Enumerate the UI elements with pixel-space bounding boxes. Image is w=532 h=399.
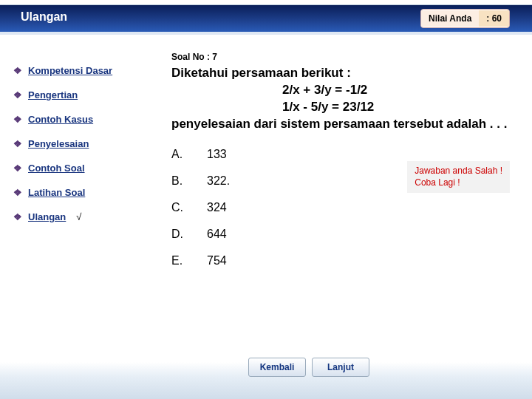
sidebar-item-latihan-soal[interactable]: ❖ Latihan Soal <box>13 187 155 198</box>
page-title: Ulangan <box>21 10 67 24</box>
sidebar-item-label: Penyelesaian <box>28 138 89 149</box>
question-number: Soal No : 7 <box>171 52 517 62</box>
sidebar-item-pengertian[interactable]: ❖ Pengertian <box>13 89 155 100</box>
feedback-box: Jawaban anda Salah ! Coba Lagi ! <box>407 161 510 193</box>
sidebar-item-label: Contoh Soal <box>28 163 85 174</box>
sidebar-item-label: Kompetensi Dasar <box>28 65 112 76</box>
option-d[interactable]: D. 644 <box>171 223 517 245</box>
sidebar-item-label: Contoh Kasus <box>28 114 93 125</box>
option-c[interactable]: C. 324 <box>171 197 517 219</box>
question-text: Diketahui persamaan berikut : 2/x + 3/y … <box>171 65 517 133</box>
back-button[interactable]: Kembali <box>248 358 306 377</box>
option-letter: D. <box>171 228 207 241</box>
diamond-icon: ❖ <box>13 114 22 125</box>
sidebar-item-label: Pengertian <box>28 89 78 100</box>
sidebar-item-ulangan[interactable]: ❖ Ulangan √ <box>13 211 155 222</box>
feedback-line2: Coba Lagi ! <box>415 177 502 189</box>
diamond-icon: ❖ <box>13 163 22 174</box>
check-icon: √ <box>76 211 81 222</box>
sidebar-item-label: Ulangan <box>28 211 66 222</box>
option-value: 133 <box>207 148 273 161</box>
score-label: Nilai Anda <box>421 10 479 27</box>
header: Ulangan Nilai Anda : 60 <box>0 0 532 38</box>
option-value: 644 <box>207 228 273 241</box>
question-line1: 2/x + 3/y = -1/2 <box>282 82 517 99</box>
option-value: 324 <box>207 201 273 214</box>
score-box: Nilai Anda : 60 <box>420 9 510 28</box>
diamond-icon: ❖ <box>13 187 22 198</box>
question-line2: 1/x - 5/y = 23/12 <box>282 99 517 116</box>
option-letter: C. <box>171 201 207 214</box>
option-letter: A. <box>171 148 207 161</box>
sidebar-item-penyelesaian[interactable]: ❖ Penyelesaian <box>13 138 155 149</box>
option-letter: B. <box>171 174 207 188</box>
question-intro: Diketahui persamaan berikut : <box>171 66 351 80</box>
sidebar-item-kompetensi[interactable]: ❖ Kompetensi Dasar <box>13 65 155 76</box>
option-value: 754 <box>207 254 273 267</box>
next-button[interactable]: Lanjut <box>312 358 369 377</box>
option-letter: E. <box>171 254 207 267</box>
sidebar-item-contoh-kasus[interactable]: ❖ Contoh Kasus <box>13 114 155 125</box>
score-value: : 60 <box>479 10 509 27</box>
option-e[interactable]: E. 754 <box>171 250 517 272</box>
question-outro: penyelesaian dari sistem persamaan terse… <box>171 117 507 131</box>
sidebar: ❖ Kompetensi Dasar ❖ Pengertian ❖ Contoh… <box>0 58 155 236</box>
diamond-icon: ❖ <box>13 89 22 100</box>
diamond-icon: ❖ <box>13 211 22 222</box>
feedback-line1: Jawaban anda Salah ! <box>415 166 502 177</box>
option-value: 322. <box>207 174 273 188</box>
sidebar-item-label: Latihan Soal <box>28 187 85 198</box>
sidebar-item-contoh-soal[interactable]: ❖ Contoh Soal <box>13 163 155 174</box>
diamond-icon: ❖ <box>13 138 22 149</box>
diamond-icon: ❖ <box>13 65 22 76</box>
